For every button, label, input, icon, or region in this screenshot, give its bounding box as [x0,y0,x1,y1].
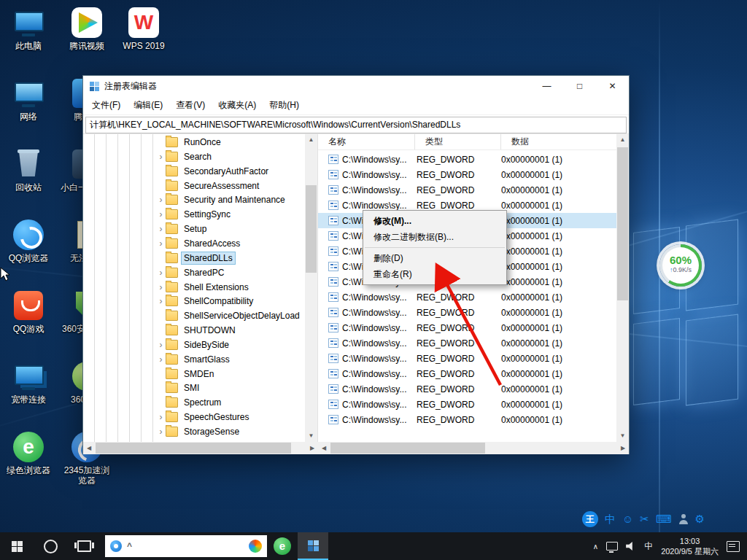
tree-item[interactable]: ›Security and Maintenance [83,192,306,207]
registry-row[interactable]: C:\Windows\sy...REG_DWORD0x00000001 (1) [318,351,616,366]
registry-row[interactable]: C:\Windows\sy...REG_DWORD0x00000001 (1) [318,289,616,305]
tree-item[interactable]: ›Shell Extensions [83,280,306,295]
tree-item[interactable]: ›SharedPC [83,265,306,280]
desktop-icon-green-browser[interactable]: 绿色浏览器 [1,429,55,499]
expander-icon[interactable]: › [156,412,166,422]
scroll-right-icon[interactable]: ▶ [306,442,318,454]
expander-icon[interactable]: › [156,195,166,205]
context-menu-item[interactable]: 修改(M)... [363,213,506,229]
start-button[interactable] [0,532,34,560]
registry-row[interactable]: C:\Windows\sy...REG_DWORD0x00000001 (1) [318,335,616,351]
tree-item[interactable]: ›StorageSense [83,424,306,439]
tree-item[interactable]: RunOnce [83,135,306,149]
expander-icon[interactable]: › [156,282,166,292]
tree-item[interactable]: SHUTDOWN [83,323,306,338]
expander-icon[interactable]: › [156,340,166,350]
column-header[interactable]: 数据 [501,134,616,149]
browser-q-icon[interactable] [249,540,262,553]
tree-vertical-scrollbar[interactable]: ▲ ▼ [305,134,317,442]
tree-item[interactable]: ›Search [83,149,306,164]
list-vscroll-thumb[interactable] [617,147,628,300]
registry-row[interactable]: C:\Windows\sy...REG_DWORD0x00000001 (1) [318,381,616,397]
desktop-icon-qq-game[interactable]: QQ游戏 [1,287,55,358]
desktop-icon-network[interactable]: 网络 [1,75,55,146]
tree-item[interactable]: ›SmartGlass [83,352,306,367]
registry-row[interactable]: C:\Windows\sy...REG_DWORD0x00000001 (1) [318,320,616,335]
tree-item[interactable]: SecureAssessment [83,179,306,193]
context-menu-item[interactable]: 修改二进制数据(B)... [363,229,506,245]
scroll-down-icon[interactable]: ▼ [305,430,317,442]
list-horizontal-scrollbar[interactable]: ◀ ▶ [318,442,629,454]
ime-emoji-icon[interactable]: ☺ [622,511,633,527]
taskbar-green-browser-button[interactable]: e [267,532,298,560]
list-hscroll-thumb[interactable] [330,443,485,454]
registry-row[interactable]: C:\Windows\sy...REG_DWORD0x00000001 (1) [318,305,616,320]
menu-item[interactable]: 文件(F) [85,96,127,114]
tree-item[interactable]: SharedDLLs [83,251,306,265]
tree-item[interactable]: ›SharedAccess [83,236,306,251]
expander-icon[interactable]: › [156,268,166,278]
expander-icon[interactable]: › [156,354,166,365]
scroll-right-icon[interactable]: ▶ [617,442,629,454]
tree-item[interactable]: SMI [83,381,306,395]
tree-vscroll-thumb[interactable] [306,185,317,273]
desktop-icon-tencent-video[interactable]: 腾讯视频 [60,4,114,75]
taskbar-clock[interactable]: 13:03 2020/9/5 星期六 [661,536,719,556]
tree-hscroll-thumb[interactable] [96,443,291,454]
expander-icon[interactable]: › [156,152,166,162]
scroll-up-icon[interactable]: ▲ [305,134,317,146]
tree-horizontal-scrollbar[interactable]: ◀ ▶ [83,442,318,454]
tree-item[interactable]: SecondaryAuthFactor [83,164,306,179]
close-button[interactable]: ✕ [596,76,629,96]
input-language-indicator[interactable]: 中 [644,540,653,553]
registry-row[interactable]: C:\Windows\sy...REG_DWORD0x00000001 (1) [318,167,616,182]
speed-ball-widget[interactable]: 60% ↑0.9K/s [659,244,702,287]
network-tray-icon[interactable] [606,542,618,551]
scroll-left-icon[interactable]: ◀ [83,442,95,454]
tree-item[interactable]: ›SideBySide [83,338,306,352]
desktop-icon-recycle-bin[interactable]: 回收站 [1,146,55,217]
desktop-icon-broadband[interactable]: 宽带连接 [1,358,55,429]
ime-keyboard-icon[interactable]: ⌨ [656,511,672,527]
action-center-icon[interactable] [727,541,740,552]
scroll-down-icon[interactable]: ▼ [616,430,629,442]
registry-row[interactable]: C:\Windows\sy...REG_DWORD0x00000001 (1) [318,397,616,412]
taskbar-regedit-button-active[interactable] [298,532,328,560]
volume-tray-icon[interactable] [626,542,636,551]
menu-item[interactable]: 编辑(E) [127,96,169,114]
cortana-button[interactable] [34,532,67,560]
ime-logo-icon[interactable]: 王 [582,511,598,527]
registry-row[interactable]: C:\Windows\sy...REG_DWORD0x00000001 (1) [318,412,616,427]
minimize-button[interactable]: — [530,76,563,96]
context-menu-item[interactable]: 重命名(R) [363,266,506,282]
registry-row[interactable]: C:\Windows\sy...REG_DWORD0x00000001 (1) [318,152,616,167]
desktop-icon-qq-browser[interactable]: QQ浏览器 [1,217,55,287]
menu-item[interactable]: 收藏夹(A) [212,96,263,114]
column-header[interactable]: 名称 [318,134,415,149]
expander-icon[interactable]: › [156,224,166,234]
column-header[interactable]: 类型 [415,134,501,149]
ime-user-icon[interactable] [678,514,689,524]
registry-row[interactable]: C:\Windows\sy...REG_DWORD0x00000001 (1) [318,182,616,198]
expander-icon[interactable]: › [156,238,166,249]
tree-item[interactable]: SMDEn [83,367,306,381]
scroll-up-icon[interactable]: ▲ [616,134,629,146]
expander-icon[interactable]: › [156,427,166,437]
tree-item[interactable]: ›Setup [83,222,306,236]
expander-icon[interactable]: › [156,209,166,219]
ime-mode-chinese-icon[interactable]: 中 [605,511,616,527]
ime-settings-gear-icon[interactable]: ⚙ [695,511,705,527]
tree-item[interactable]: ›SpeechGestures [83,410,306,424]
ime-screenshot-scissors-icon[interactable]: ✂ [640,511,649,527]
tree-item[interactable]: ›ShellCompatibility [83,294,306,308]
desktop-icon-wps[interactable]: WPS 2019 [117,4,171,75]
expander-icon[interactable]: › [156,296,166,306]
tree-item[interactable]: Spectrum [83,395,306,410]
tree-item[interactable]: ›SettingSync [83,207,306,222]
tree-item[interactable]: ShellServiceObjectDelayLoad [83,308,306,323]
menu-item[interactable]: 查看(V) [169,96,212,114]
tray-expand-icon[interactable]: ∧ [593,542,598,551]
context-menu-item[interactable]: 删除(D) [363,250,506,266]
menu-item[interactable]: 帮助(H) [263,96,306,114]
taskbar-search-box[interactable]: ^ [105,535,267,557]
